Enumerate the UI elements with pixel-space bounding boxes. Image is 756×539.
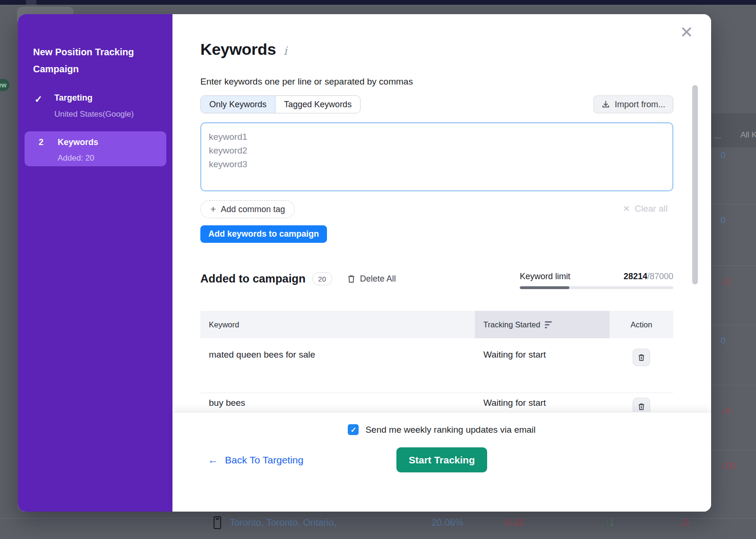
keyword-limit-label: Keyword limit bbox=[520, 272, 570, 282]
background-cell-value: ↓10 bbox=[721, 461, 735, 471]
back-to-targeting-link[interactable]: ← Back To Targeting bbox=[208, 454, 303, 466]
keyword-limit-value: 28214/87000 bbox=[624, 272, 673, 282]
wizard-step-number: 2 bbox=[39, 137, 43, 147]
background-cell-value: 0 bbox=[721, 215, 726, 225]
background-visibility-value: 20.06% bbox=[431, 517, 464, 528]
wizard-step-targeting-summary: United States(Google) bbox=[54, 110, 134, 119]
modal-main: ✕ Keywordsi Enter keywords one per line … bbox=[172, 14, 711, 512]
added-count-badge: 20 bbox=[312, 272, 332, 285]
clear-all-label: Clear all bbox=[635, 204, 668, 214]
info-icon[interactable]: i bbox=[284, 44, 287, 58]
modal-scrollbar[interactable] bbox=[692, 85, 698, 284]
wizard-step-targeting[interactable]: Targeting bbox=[54, 93, 93, 103]
keyword-limit-progressbar bbox=[520, 286, 673, 289]
tab-tagged-keywords[interactable]: Tagged Keywords bbox=[275, 96, 360, 113]
new-badge: ew bbox=[0, 79, 9, 91]
table-header: Keyword Tracking Started Action bbox=[200, 311, 673, 338]
keyword-cell: mated queen bees for sale bbox=[200, 338, 475, 393]
close-icon[interactable]: ✕ bbox=[677, 23, 696, 42]
textarea-placeholder-line: keyword2 bbox=[209, 144, 665, 157]
keywords-tabs: Only Keywords Tagged Keywords bbox=[200, 95, 361, 113]
weekly-updates-label: Send me weekly ranking updates via email bbox=[365, 425, 535, 435]
clear-icon: ✕ bbox=[623, 204, 630, 214]
delete-all-label: Delete All bbox=[360, 274, 396, 284]
add-keywords-to-campaign-button[interactable]: Add keywords to campaign bbox=[200, 225, 327, 243]
background-table-column: ... All K 0 0 ↓3 0 ↓4 ↓10 bbox=[711, 5, 756, 539]
wizard-sidebar: New Position Tracking Campaign ✓ Targeti… bbox=[18, 14, 172, 512]
check-icon: ✓ bbox=[34, 94, 43, 105]
background-table-header: ... All K bbox=[711, 113, 756, 147]
row-divider bbox=[711, 325, 756, 325]
background-nav-chip bbox=[26, 0, 36, 5]
clear-all-button[interactable]: ✕ Clear all bbox=[623, 204, 668, 214]
row-divider bbox=[711, 385, 756, 385]
import-from-button[interactable]: Import from... bbox=[593, 95, 673, 113]
textarea-placeholder-line: keyword1 bbox=[209, 130, 665, 144]
keyword-limit: Keyword limit 28214/87000 bbox=[520, 272, 673, 289]
row-divider bbox=[711, 265, 756, 266]
page-title: Keywordsi bbox=[200, 40, 287, 59]
wizard-step-keywords-summary: Added: 20 bbox=[58, 154, 94, 163]
wizard-step-keywords[interactable]: 2 Keywords Added: 20 bbox=[25, 131, 166, 166]
added-to-campaign-title: Added to campaign bbox=[200, 272, 306, 285]
background-cell-value: 0 bbox=[721, 335, 726, 346]
background-cell-value: 0 bbox=[721, 150, 726, 161]
keywords-instruction: Enter keywords one per line or separated… bbox=[200, 77, 413, 87]
column-header-action: Action bbox=[610, 311, 673, 338]
delete-keyword-button[interactable] bbox=[633, 349, 650, 366]
delete-all-button[interactable]: Delete All bbox=[347, 274, 396, 284]
row-divider bbox=[711, 450, 756, 450]
trash-icon bbox=[347, 274, 355, 283]
background-top-nav bbox=[0, 0, 756, 5]
start-tracking-button[interactable]: Start Tracking bbox=[396, 447, 487, 472]
column-header-tracking-started[interactable]: Tracking Started bbox=[475, 311, 610, 338]
background-header-all-keywords: All K bbox=[740, 130, 756, 140]
background-location-link: Toronto, Toronto, Ontario, bbox=[230, 517, 336, 528]
plus-icon: + bbox=[210, 204, 216, 215]
textarea-placeholder-line: keyword3 bbox=[209, 157, 665, 171]
add-common-tag-label: Add common tag bbox=[221, 205, 285, 214]
add-common-tag-button[interactable]: + Add common tag bbox=[200, 200, 295, 218]
trash-icon bbox=[638, 353, 645, 362]
back-to-targeting-label: Back To Targeting bbox=[225, 454, 303, 466]
weekly-updates-checkbox[interactable]: ✓ bbox=[348, 424, 359, 435]
background-change-value: -0.02 bbox=[503, 517, 524, 528]
status-cell: Waiting for start bbox=[475, 338, 610, 393]
sort-icon bbox=[545, 321, 552, 328]
column-header-keyword[interactable]: Keyword bbox=[200, 311, 475, 338]
back-arrow-icon: ← bbox=[208, 454, 218, 466]
new-campaign-modal: New Position Tracking Campaign ✓ Targeti… bbox=[18, 14, 711, 512]
wizard-title: New Position Tracking Campaign bbox=[33, 43, 161, 77]
trash-icon bbox=[638, 402, 645, 411]
keywords-textarea[interactable]: keyword1 keyword2 keyword3 bbox=[200, 122, 673, 191]
keyword-limit-progress-fill bbox=[520, 286, 569, 289]
background-table-row bbox=[0, 519, 756, 539]
added-to-campaign-header: Added to campaign 20 Delete All bbox=[200, 272, 396, 285]
background-declined-value: ↓3 bbox=[679, 517, 689, 528]
table-row: mated queen bees for sale Waiting for st… bbox=[200, 338, 673, 393]
modal-footer: ✓ Send me weekly ranking updates via ema… bbox=[172, 412, 711, 512]
tab-only-keywords[interactable]: Only Keywords bbox=[201, 96, 275, 113]
import-from-label: Import from... bbox=[615, 100, 665, 110]
import-icon bbox=[601, 100, 610, 109]
background-cell-value: ↓3 bbox=[721, 276, 730, 287]
wizard-step-keywords-label: Keywords bbox=[58, 137, 98, 147]
background-cell-value: ↓4 bbox=[721, 405, 730, 416]
mobile-device-icon bbox=[214, 516, 221, 529]
background-improved-value: ↑1 bbox=[605, 517, 615, 528]
row-divider bbox=[711, 204, 756, 205]
background-header-ellipsis: ... bbox=[714, 131, 721, 141]
